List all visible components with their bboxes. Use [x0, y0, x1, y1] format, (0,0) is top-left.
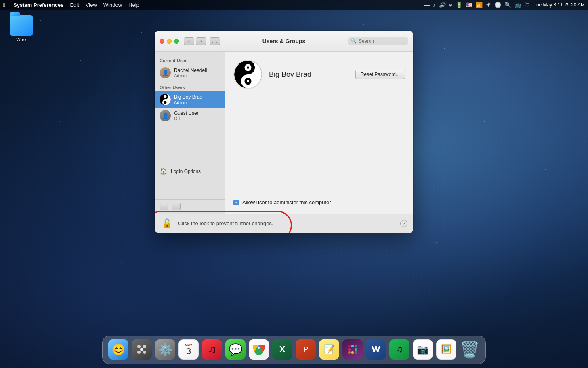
svg-point-12: [140, 348, 143, 351]
users-groups-window: ‹ › ⋮⋮ Users & Groups 🔍 Current User 👤 R…: [155, 31, 413, 233]
menubar-app-name[interactable]: System Preferences: [13, 2, 63, 8]
dock-sysprefs[interactable]: ⚙️: [154, 338, 176, 360]
admin-checkbox[interactable]: ✓: [233, 200, 239, 205]
work-folder[interactable]: Work: [7, 15, 36, 42]
help-button[interactable]: ?: [400, 220, 407, 227]
add-user-button[interactable]: +: [160, 203, 168, 210]
svg-point-2: [164, 101, 167, 104]
cast-icon: 📺: [514, 2, 521, 8]
flag-icon: 🇺🇸: [466, 2, 472, 8]
guest-role: Off: [174, 116, 199, 121]
svg-point-8: [137, 345, 141, 348]
dock-chrome[interactable]: [248, 338, 270, 360]
login-label: Login Options: [171, 169, 201, 174]
menubar-view[interactable]: View: [86, 2, 97, 8]
forward-button[interactable]: ›: [196, 37, 206, 45]
minimize-button[interactable]: [167, 39, 172, 44]
dock-photos[interactable]: 📷: [412, 338, 434, 360]
sidebar: Current User 👤 Rachel Needell Admin Othe…: [155, 52, 225, 214]
search-icon[interactable]: 🔍: [504, 2, 511, 8]
window-title: Users & Groups: [223, 38, 344, 44]
grid-button[interactable]: ⋮⋮: [210, 37, 220, 45]
admin-checkbox-row: ✓ Allow user to administer this computer: [233, 193, 405, 205]
bigboybrad-name: Big Boy Brad: [174, 94, 202, 100]
back-button[interactable]: ‹: [184, 37, 194, 45]
lock-message: Click the lock to prevent further change…: [178, 220, 273, 226]
current-user-info: Rachel Needell Admin: [174, 68, 207, 78]
dock-calendar[interactable]: MAY 3: [178, 338, 200, 360]
svg-rect-19: [355, 348, 357, 351]
photos-icon: 📷: [413, 339, 433, 360]
powerpoint-icon: P: [296, 339, 316, 360]
launchpad-icon: [132, 339, 152, 360]
login-icon: 🏠: [160, 167, 168, 175]
user-item-guest[interactable]: 👤 Guest User Off: [155, 108, 225, 124]
dock-preview[interactable]: 🖼️: [435, 338, 457, 360]
guard-icon: 🛡: [525, 2, 530, 8]
wifi-icon[interactable]: 📶: [476, 2, 483, 8]
word-icon: W: [366, 339, 386, 360]
menubar-window[interactable]: Window: [103, 2, 122, 8]
current-user-name: Rachel Needell: [174, 68, 207, 73]
other-users-label: Other Users: [155, 83, 225, 91]
svg-rect-21: [351, 351, 354, 354]
volume-icon[interactable]: 🔊: [439, 2, 446, 8]
svg-rect-17: [351, 345, 354, 347]
user-item-bigboybrad[interactable]: Big Boy Brad Admin: [155, 91, 225, 108]
bluetooth-icon[interactable]: ⎈: [449, 2, 452, 8]
menubar-help[interactable]: Help: [128, 2, 139, 8]
nav-buttons: ‹ ›: [184, 37, 206, 45]
dock-trash[interactable]: 🗑️: [459, 338, 481, 360]
svg-point-9: [143, 345, 146, 348]
window-bottom: 🔓 Click the lock to prevent further chan…: [155, 214, 413, 233]
current-user-label: Current User: [155, 57, 225, 65]
bigboybrad-avatar: [160, 94, 171, 105]
dock-spotify[interactable]: ♫: [388, 338, 410, 360]
clock-icon: 🕐: [494, 2, 501, 8]
current-user-item[interactable]: 👤 Rachel Needell Admin: [155, 65, 225, 81]
lock-button[interactable]: 🔓: [160, 217, 173, 230]
preview-icon: 🖼️: [436, 339, 456, 360]
sysprefs-icon: ⚙️: [155, 339, 175, 360]
dock-notes[interactable]: 📝: [318, 338, 340, 360]
brightness-icon: ☀: [486, 2, 491, 8]
maximize-button[interactable]: [174, 39, 179, 44]
dock-word[interactable]: W: [365, 338, 387, 360]
traffic-lights: [160, 39, 179, 44]
current-user-role: Admin: [174, 73, 207, 78]
window-titlebar: ‹ › ⋮⋮ Users & Groups 🔍: [155, 31, 413, 52]
search-box[interactable]: 🔍: [348, 37, 408, 45]
desktop:  System Preferences Edit View Window He…: [0, 0, 588, 368]
trash-icon: 🗑️: [460, 339, 480, 360]
dock-excel[interactable]: X: [271, 338, 293, 360]
login-options[interactable]: 🏠 Login Options: [155, 164, 225, 178]
svg-point-11: [143, 351, 146, 354]
admin-checkbox-label: Allow user to administer this computer: [242, 199, 331, 205]
guest-info: Guest User Off: [174, 110, 199, 121]
dock-messages[interactable]: 💬: [225, 338, 246, 360]
dock-music[interactable]: ♫: [201, 338, 223, 360]
excel-icon: X: [272, 339, 292, 360]
svg-rect-22: [348, 351, 351, 354]
menubar-time: Tue May 3 11:25:20 AM: [533, 2, 585, 8]
dock-powerpoint[interactable]: P: [295, 338, 317, 360]
remove-user-button[interactable]: –: [172, 203, 181, 210]
close-button[interactable]: [160, 39, 164, 44]
menubar-edit[interactable]: Edit: [70, 2, 79, 8]
reset-password-button[interactable]: Reset Password...: [355, 70, 405, 79]
search-input[interactable]: [359, 38, 405, 44]
dock-slack[interactable]: [342, 338, 363, 360]
main-content: Big Boy Brad Reset Password... ✓ Allow u…: [225, 52, 413, 214]
search-icon-small: 🔍: [351, 38, 357, 44]
dock-finder[interactable]: 😊: [107, 338, 129, 360]
spotify-icon: ♫: [389, 339, 410, 360]
slack-icon: [342, 339, 363, 360]
svg-point-6: [247, 66, 249, 69]
apple-menu[interactable]: : [3, 2, 5, 8]
folder-icon: [10, 15, 33, 36]
notes-icon: 📝: [319, 339, 339, 360]
guest-name: Guest User: [174, 110, 199, 116]
dock-launchpad[interactable]: [131, 338, 153, 360]
rachel-avatar: 👤: [160, 67, 171, 78]
menubar-left:  System Preferences Edit View Window He…: [3, 2, 139, 8]
